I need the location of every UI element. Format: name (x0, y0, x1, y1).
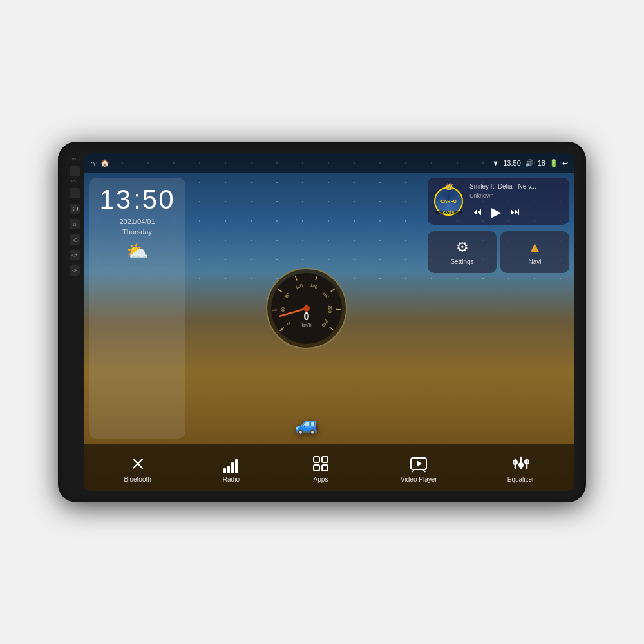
rst-label: RST (71, 179, 78, 183)
svg-rect-28 (314, 465, 319, 471)
music-artist: Unknown (469, 193, 536, 199)
media-controls: ⏮ ▶ ⏭ (469, 204, 536, 220)
clock-widget: 13 : 50 2021/04/01 Thursday ⛅ (89, 178, 185, 439)
clock-colon: : (133, 184, 141, 215)
volume-icon: 🔊 (525, 159, 534, 167)
equalizer-button[interactable]: Equalizer (500, 450, 542, 487)
road-car-icon: 🚙 (295, 413, 319, 435)
apps-label: Apps (314, 476, 328, 483)
svg-text:40: 40 (281, 307, 285, 312)
rst-button[interactable] (70, 188, 80, 198)
home-side-button[interactable]: ⌂ (70, 219, 80, 229)
music-info: Smiley ft. Delia - Ne v... Unknown ⏮ ▶ ⏭ (469, 183, 536, 220)
svg-text:0: 0 (304, 311, 310, 322)
back-icon[interactable]: ↩ (562, 159, 568, 167)
settings-navi-row: ⚙ Settings ▲ Navi (428, 231, 569, 273)
video-player-button[interactable]: Video Player (393, 450, 445, 487)
status-right: ▼ 13:50 🔊 18 🔋 ↩ (492, 159, 568, 167)
bluetooth-button[interactable]: Bluetooth (117, 450, 159, 487)
equalizer-label: Equalizer (507, 476, 535, 483)
right-panel: 👑 CARFU CARFU Smiley ft. Delia - Ne v...… (428, 178, 569, 439)
speedometer-svg: 0 40 80 120 140 180 220 240 (261, 263, 352, 354)
battery-icon: 🔋 (549, 159, 558, 167)
clock-date: 2021/04/01 (119, 218, 155, 225)
navi-label: Navi (528, 258, 541, 265)
video-player-icon (409, 454, 428, 473)
svg-text:km/h: km/h (301, 323, 311, 327)
wifi-icon: ▼ (492, 159, 499, 167)
radio-label: Radio (223, 476, 240, 483)
back-side-button[interactable]: ◁ (70, 234, 80, 245)
bluetooth-icon (128, 454, 147, 473)
navi-button[interactable]: ▲ Navi (500, 231, 569, 273)
speedometer: 0 40 80 120 140 180 220 240 (261, 263, 352, 354)
svg-marker-31 (417, 460, 422, 467)
status-bar: ⌂ 🏠 ▼ 13:50 🔊 18 🔋 ↩ (84, 153, 574, 173)
clock-minutes: 50 (142, 186, 175, 213)
volume-value: 18 (538, 159, 545, 167)
crown-icon: 👑 (445, 183, 453, 190)
clock-hours: 13 (99, 186, 132, 213)
side-buttons-panel: MIC RST ⏻ ⌂ ◁ ◁+ ◁- (66, 153, 84, 491)
power-button[interactable]: ⏻ (70, 204, 80, 214)
top-section: 13 : 50 2021/04/01 Thursday ⛅ 🚙 (84, 173, 574, 444)
svg-text:220: 220 (328, 305, 332, 313)
prev-button[interactable]: ⏮ (472, 206, 482, 218)
main-content: 13 : 50 2021/04/01 Thursday ⛅ 🚙 (84, 173, 574, 444)
radio-button[interactable]: Radio (214, 450, 249, 487)
svg-rect-23 (227, 466, 230, 473)
logo-text: CARFU (440, 199, 457, 204)
mic-label: MIC (71, 157, 77, 161)
status-time: 13:50 (503, 159, 521, 167)
main-screen: ⌂ 🏠 ▼ 13:50 🔊 18 🔋 ↩ 13 : 50 (84, 153, 574, 491)
speedometer-section: 🚙 (191, 178, 422, 439)
equalizer-icon (511, 454, 531, 473)
settings-button[interactable]: ⚙ Settings (428, 231, 497, 273)
video-player-label: Video Player (401, 476, 437, 483)
weather-icon: ⛅ (126, 241, 149, 262)
settings-label: Settings (450, 258, 473, 265)
clock-day: Thursday (122, 228, 152, 236)
svg-rect-29 (322, 465, 328, 471)
play-button[interactable]: ▶ (491, 204, 501, 220)
navi-icon: ▲ (528, 239, 542, 256)
settings-icon: ⚙ (456, 239, 469, 256)
music-title: Smiley ft. Delia - Ne v... (469, 183, 536, 190)
clock-display: 13 : 50 (99, 184, 175, 215)
car-head-unit: MIC RST ⏻ ⌂ ◁ ◁+ ◁- ⌂ 🏠 ▼ 13:50 🔊 18 🔋 ↩ (58, 142, 586, 502)
svg-rect-27 (322, 457, 328, 462)
vol-up-button[interactable]: ◁+ (70, 250, 80, 260)
mic-button[interactable] (70, 166, 80, 176)
home-icon[interactable]: ⌂ (90, 158, 95, 168)
music-widget[interactable]: 👑 CARFU CARFU Smiley ft. Delia - Ne v...… (428, 178, 569, 225)
ribbon-text: CARFU (435, 211, 462, 214)
apps-icon (311, 454, 330, 473)
status-left: ⌂ 🏠 (90, 158, 109, 168)
apps-button[interactable]: Apps (303, 450, 338, 487)
android-icon: 🏠 (100, 159, 109, 167)
svg-rect-22 (223, 468, 226, 473)
vol-dn-button[interactable]: ◁- (70, 265, 80, 276)
svg-rect-24 (231, 462, 234, 473)
radio-icon (222, 454, 241, 473)
bottom-bar: Bluetooth Radio (84, 444, 574, 491)
next-button[interactable]: ⏭ (510, 206, 520, 218)
album-art: 👑 CARFU CARFU (434, 187, 463, 216)
bluetooth-label: Bluetooth (124, 476, 151, 483)
svg-rect-25 (235, 459, 238, 473)
svg-rect-26 (314, 457, 319, 462)
